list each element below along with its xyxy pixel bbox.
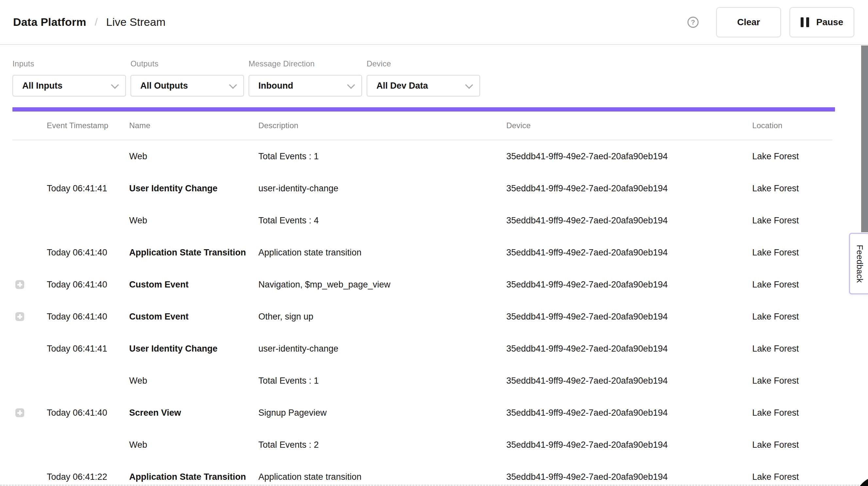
table-row[interactable]: Web Total Events : 1 35eddb41-9ff9-49e2-…	[0, 140, 868, 172]
table-header: Event Timestamp Name Description Device …	[0, 112, 868, 140]
feedback-tab-label: Feedback	[855, 245, 865, 283]
expand-plus-icon[interactable]	[16, 408, 24, 417]
cell-device: 35eddb41-9ff9-49e2-7aed-20afa90eb194	[506, 280, 752, 290]
device-select-value: All Dev Data	[376, 81, 428, 91]
feedback-tab[interactable]: Feedback	[849, 233, 868, 294]
page-header: Data Platform / Live Stream ? Clear Paus…	[0, 0, 868, 45]
table-row[interactable]: Today 06:41:41 User Identity Change user…	[0, 333, 868, 365]
column-location: Location	[752, 121, 868, 130]
pause-button[interactable]: Pause	[789, 7, 854, 37]
cell-name: Web	[129, 215, 258, 226]
table-row[interactable]: Today 06:41:22 Application State Transit…	[0, 461, 868, 486]
stream-active-bar	[12, 107, 835, 112]
cell-device: 35eddb41-9ff9-49e2-7aed-20afa90eb194	[506, 151, 752, 161]
row-dashed-divider	[0, 485, 868, 486]
cell-name: Application State Transition	[129, 248, 258, 258]
chevron-down-icon	[229, 81, 237, 89]
column-description: Description	[258, 121, 506, 130]
table-row[interactable]: Today 06:41:40 Application State Transit…	[0, 237, 868, 269]
cell-location: Lake Forest	[752, 472, 868, 482]
clear-button[interactable]: Clear	[716, 7, 781, 37]
cell-device: 35eddb41-9ff9-49e2-7aed-20afa90eb194	[506, 376, 752, 386]
cell-description: user-identity-change	[258, 344, 506, 354]
cell-location: Lake Forest	[752, 215, 868, 226]
table-body: Web Total Events : 1 35eddb41-9ff9-49e2-…	[0, 140, 868, 486]
cell-device: 35eddb41-9ff9-49e2-7aed-20afa90eb194	[506, 472, 752, 482]
cell-name: User Identity Change	[129, 183, 258, 193]
header-actions: ? Clear Pause	[687, 7, 854, 37]
filter-message-direction: Message Direction Inbound	[249, 45, 362, 96]
column-name: Name	[129, 121, 258, 130]
cell-timestamp: Today 06:41:41	[47, 344, 129, 354]
help-glyph: ?	[691, 18, 695, 26]
expand-plus-icon[interactable]	[16, 280, 24, 289]
outputs-select[interactable]: All Outputs	[130, 75, 244, 96]
chevron-down-icon	[111, 81, 119, 89]
table-row[interactable]: Today 06:41:40 Custom Event Other, sign …	[0, 301, 868, 333]
filter-device-label: Device	[367, 59, 480, 68]
cell-location: Lake Forest	[752, 344, 868, 354]
cell-timestamp: Today 06:41:40	[47, 312, 129, 322]
cell-location: Lake Forest	[752, 408, 868, 418]
expand-plus-icon[interactable]	[16, 312, 24, 321]
filter-message-direction-label: Message Direction	[249, 59, 362, 68]
cell-name: Web	[129, 376, 258, 386]
outputs-select-value: All Outputs	[140, 81, 188, 91]
cell-description: Total Events : 2	[258, 440, 506, 450]
cell-device: 35eddb41-9ff9-49e2-7aed-20afa90eb194	[506, 183, 752, 193]
breadcrumb-data-platform[interactable]: Data Platform	[13, 16, 86, 28]
cell-description: Signup Pageview	[258, 408, 506, 418]
cell-name: Custom Event	[129, 312, 258, 322]
device-select[interactable]: All Dev Data	[367, 75, 480, 96]
breadcrumb-separator: /	[95, 16, 98, 28]
cell-description: user-identity-change	[258, 183, 506, 193]
cell-device: 35eddb41-9ff9-49e2-7aed-20afa90eb194	[506, 408, 752, 418]
help-icon[interactable]: ?	[687, 17, 699, 28]
cell-timestamp: Today 06:41:40	[47, 408, 129, 418]
cell-device: 35eddb41-9ff9-49e2-7aed-20afa90eb194	[506, 312, 752, 322]
cell-description: Application state transition	[258, 472, 506, 482]
table-row[interactable]: Today 06:41:40 Custom Event Navigation, …	[0, 269, 868, 301]
chevron-down-icon	[347, 81, 355, 89]
table-row[interactable]: Web Total Events : 4 35eddb41-9ff9-49e2-…	[0, 204, 868, 237]
filter-device: Device All Dev Data	[367, 45, 480, 96]
cell-description: Application state transition	[258, 248, 506, 258]
cell-description: Total Events : 1	[258, 376, 506, 386]
cell-device: 35eddb41-9ff9-49e2-7aed-20afa90eb194	[506, 248, 752, 258]
inputs-select[interactable]: All Inputs	[12, 75, 126, 96]
cell-location: Lake Forest	[752, 312, 868, 322]
filter-outputs: Outputs All Outputs	[130, 45, 244, 96]
cell-name: Web	[129, 151, 258, 161]
cell-timestamp: Today 06:41:40	[47, 280, 129, 290]
cell-description: Other, sign up	[258, 312, 506, 322]
filters-bar: Inputs All Inputs Outputs All Outputs Me…	[12, 45, 480, 96]
cell-timestamp: Today 06:41:40	[47, 248, 129, 258]
pause-button-label: Pause	[816, 17, 843, 28]
filter-inputs-label: Inputs	[12, 59, 126, 68]
cell-device: 35eddb41-9ff9-49e2-7aed-20afa90eb194	[506, 344, 752, 354]
cell-device: 35eddb41-9ff9-49e2-7aed-20afa90eb194	[506, 215, 752, 226]
column-device: Device	[506, 121, 752, 130]
cell-name: Application State Transition	[129, 472, 258, 482]
cell-location: Lake Forest	[752, 151, 868, 161]
cell-location: Lake Forest	[752, 376, 868, 386]
table-row[interactable]: Web Total Events : 1 35eddb41-9ff9-49e2-…	[0, 365, 868, 397]
pause-icon	[801, 17, 809, 27]
table-row[interactable]: Today 06:41:40 Screen View Signup Pagevi…	[0, 397, 868, 429]
breadcrumb-live-stream: Live Stream	[106, 16, 165, 28]
message-direction-select[interactable]: Inbound	[249, 75, 362, 96]
inputs-select-value: All Inputs	[22, 81, 62, 91]
message-direction-select-value: Inbound	[258, 81, 293, 91]
cell-description: Total Events : 1	[258, 151, 506, 161]
cell-description: Total Events : 4	[258, 215, 506, 226]
cell-timestamp: Today 06:41:41	[47, 183, 129, 193]
cell-location: Lake Forest	[752, 183, 868, 193]
cell-name: Screen View	[129, 408, 258, 418]
table-row[interactable]: Today 06:41:41 User Identity Change user…	[0, 172, 868, 204]
scrollbar[interactable]	[861, 45, 868, 232]
live-stream-page: Data Platform / Live Stream ? Clear Paus…	[0, 0, 868, 486]
chevron-down-icon	[465, 81, 473, 89]
table-row[interactable]: Web Total Events : 2 35eddb41-9ff9-49e2-…	[0, 429, 868, 461]
cell-name: User Identity Change	[129, 344, 258, 354]
filter-inputs: Inputs All Inputs	[12, 45, 126, 96]
